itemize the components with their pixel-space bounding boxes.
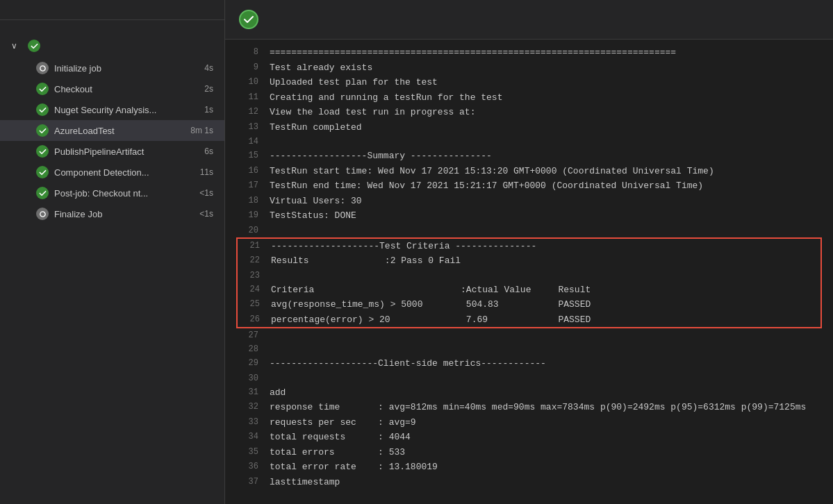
log-text: ========================================… xyxy=(270,46,822,60)
job-step[interactable]: Checkout2s xyxy=(0,78,224,99)
section-label xyxy=(0,20,224,34)
right-panel: 8=======================================… xyxy=(225,0,833,504)
test-criteria-box: 21--------------------Test Criteria ----… xyxy=(236,237,822,329)
log-container[interactable]: 8=======================================… xyxy=(225,40,833,504)
log-line: 10Uploaded test plan for the test xyxy=(225,75,833,90)
line-number: 29 xyxy=(236,357,258,369)
job-step[interactable]: Finalize Job<1s xyxy=(0,203,224,224)
log-line: 36total error rate : 13.180019 xyxy=(225,460,833,475)
log-text: total errors : 533 xyxy=(270,446,822,460)
log-line: 29--------------------Client-side metric… xyxy=(225,356,833,371)
log-text: avg(response_time_ms) > 5000 504.83 PASS… xyxy=(271,298,820,312)
log-text: Virtual Users: 30 xyxy=(270,194,822,208)
log-line: 14 xyxy=(225,135,833,149)
line-number: 18 xyxy=(236,194,258,207)
log-line: 33requests per sec : avg=9 xyxy=(225,415,833,430)
step-duration: 11s xyxy=(200,167,213,177)
step-duration: <1s xyxy=(199,188,213,198)
log-line: 28 xyxy=(225,342,833,356)
job-step[interactable]: PublishPipelineArtifact6s xyxy=(0,141,224,162)
log-text: TestStatus: DONE xyxy=(270,209,822,223)
svg-point-0 xyxy=(40,65,44,70)
log-line: 15------------------Summary ------------… xyxy=(225,149,833,164)
log-text: Uploaded test plan for the test xyxy=(270,76,822,90)
line-number: 28 xyxy=(236,343,258,355)
step-duration: 2s xyxy=(204,84,213,94)
log-after: 272829--------------------Client-side me… xyxy=(225,328,833,489)
line-number: 37 xyxy=(236,476,258,488)
line-number: 8 xyxy=(236,46,258,58)
line-number: 15 xyxy=(236,149,258,162)
log-line: 30 xyxy=(225,371,833,385)
log-highlighted-region: 21--------------------Test Criteria ----… xyxy=(225,237,833,329)
log-before: 8=======================================… xyxy=(225,45,833,237)
job-step[interactable]: Component Detection...11s xyxy=(0,162,224,183)
step-status-icon xyxy=(36,187,49,199)
log-text: Criteria :Actual Value Result xyxy=(271,283,820,297)
log-line: 20 xyxy=(225,224,833,237)
step-name: AzureLoadTest xyxy=(54,126,185,136)
log-line: 9Test already exists xyxy=(225,60,833,76)
line-number: 32 xyxy=(236,401,258,413)
log-text: View the load test run in progress at: xyxy=(270,106,822,119)
step-name: Checkout xyxy=(54,84,199,94)
log-text: add xyxy=(270,386,822,400)
log-text: requests per sec : avg=9 xyxy=(270,416,822,430)
line-number: 23 xyxy=(238,269,260,282)
page-header xyxy=(0,0,224,20)
log-line: 21--------------------Test Criteria ----… xyxy=(238,239,820,254)
line-number: 9 xyxy=(236,61,258,74)
job-step[interactable]: Initialize job4s xyxy=(0,58,224,78)
step-duration: 4s xyxy=(204,63,213,73)
log-line: 23 xyxy=(238,269,820,283)
log-line: 16TestRun start time: Wed Nov 17 2021 15… xyxy=(225,164,833,179)
log-text: --------------------Client-side metrics-… xyxy=(270,357,822,371)
job-group-header[interactable]: ∨ xyxy=(0,34,224,58)
step-status-icon xyxy=(36,103,49,116)
line-number: 25 xyxy=(238,298,260,310)
job-step[interactable]: AzureLoadTest8m 1s xyxy=(0,120,224,141)
step-name: Initialize job xyxy=(54,63,199,74)
right-header xyxy=(225,0,833,40)
log-line: 13TestRun completed xyxy=(225,120,833,135)
step-duration: 6s xyxy=(204,146,213,156)
log-text: total requests : 4044 xyxy=(270,430,822,444)
line-number: 13 xyxy=(236,121,258,133)
line-number: 14 xyxy=(236,135,258,148)
step-duration: <1s xyxy=(199,209,213,219)
line-number: 24 xyxy=(238,283,260,296)
step-name: PublishPipelineArtifact xyxy=(54,146,199,157)
step-status-icon xyxy=(36,62,49,74)
log-line: 11Creating and running a testRun for the… xyxy=(225,90,833,106)
log-text: --------------------Test Criteria ------… xyxy=(271,240,820,253)
step-status-icon xyxy=(36,208,49,220)
step-name: Finalize Job xyxy=(54,209,194,219)
log-text: TestRun start time: Wed Nov 17 2021 15:1… xyxy=(270,165,822,178)
log-line: 19TestStatus: DONE xyxy=(225,208,833,224)
step-status-icon xyxy=(36,124,49,137)
job-step[interactable]: Nuget Security Analysis...1s xyxy=(0,99,224,120)
log-text: response time : avg=812ms min=40ms med=9… xyxy=(270,401,822,414)
step-status-icon xyxy=(239,10,258,29)
log-text: ------------------Summary --------------… xyxy=(270,149,822,163)
svg-point-1 xyxy=(40,211,44,216)
log-line: 8=======================================… xyxy=(225,45,833,60)
line-number: 35 xyxy=(236,446,258,458)
log-line: 32response time : avg=812ms min=40ms med… xyxy=(225,400,833,415)
line-number: 26 xyxy=(238,313,260,326)
log-text: total error rate : 13.180019 xyxy=(270,460,822,474)
log-line: 26percentage(error) > 20 7.69 PASSED xyxy=(238,312,820,328)
step-name: Post-job: Checkout nt... xyxy=(54,188,194,199)
step-status-icon xyxy=(36,166,49,178)
line-number: 30 xyxy=(236,372,258,385)
line-number: 21 xyxy=(238,240,260,252)
log-line: 17TestRun end time: Wed Nov 17 2021 15:2… xyxy=(225,178,833,194)
line-number: 17 xyxy=(236,179,258,192)
step-status-icon xyxy=(36,83,49,95)
line-number: 10 xyxy=(236,76,258,88)
log-line: 37lasttimestamp xyxy=(225,475,833,490)
job-step[interactable]: Post-job: Checkout nt...<1s xyxy=(0,183,224,203)
line-number: 11 xyxy=(236,91,258,103)
line-number: 36 xyxy=(236,460,258,473)
log-text: TestRun completed xyxy=(270,121,822,135)
